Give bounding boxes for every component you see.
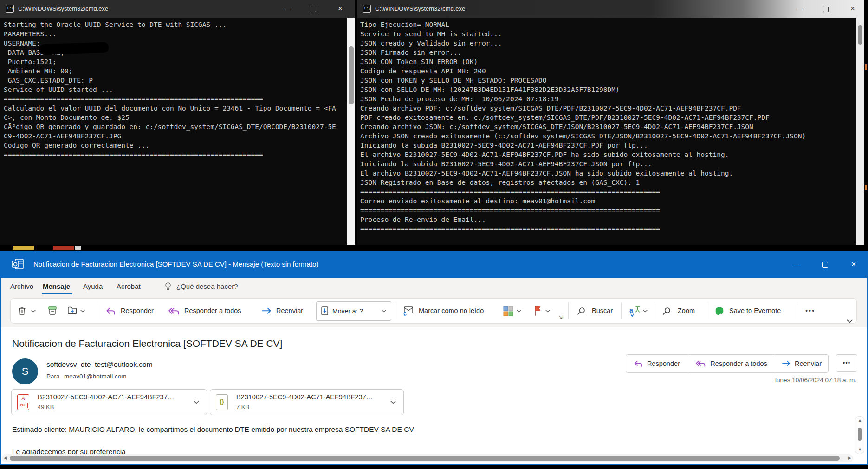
json-badge: {} xyxy=(216,398,227,405)
sender-address[interactable]: softdevsv_dte_test@outlook.com xyxy=(46,360,153,369)
save-to-evernote-button[interactable]: Save to Evernote xyxy=(729,299,781,323)
zoom-button[interactable]: Zoom xyxy=(678,299,695,323)
attachment-name: B2310027-5EC9-4D02-AC71-AEF94BF237CF.JSO… xyxy=(236,393,376,401)
collapse-ribbon-chevron-icon[interactable] xyxy=(847,319,853,323)
menu-archivo[interactable]: Archivo xyxy=(10,278,33,295)
delete-icon[interactable] xyxy=(18,306,26,316)
zoom-icon[interactable] xyxy=(662,307,671,315)
chevron-down-icon[interactable] xyxy=(31,310,36,313)
maximize-button[interactable] xyxy=(818,257,832,271)
right-cmd-title: C:\WINDOWS\system32\cmd.exe xyxy=(375,0,465,18)
ribbon-separator xyxy=(798,302,798,319)
chevron-down-icon[interactable] xyxy=(643,310,648,313)
attachment-card-json[interactable]: {} B2310027-5EC9-4D02-AC71-AEF94BF237CF.… xyxy=(210,389,404,415)
close-button[interactable]: ✕ xyxy=(845,0,861,18)
chevron-down-icon[interactable] xyxy=(80,310,85,313)
mail-titlebar[interactable]: Notificacion de Facturacion Electronica … xyxy=(0,251,868,278)
minimize-button[interactable]: — xyxy=(791,0,807,18)
ribbon-separator xyxy=(568,302,569,319)
left-cmd-titlebar[interactable]: C:\ C:\WINDOWS\system32\cmd.exe — ✕ xyxy=(0,0,355,18)
reply-icon xyxy=(634,360,643,367)
scroll-down-arrow-icon[interactable]: ▼ xyxy=(858,448,862,452)
scrollbar-thumb[interactable] xyxy=(858,428,862,441)
attachment-card-pdf[interactable]: A PDF B2310027-5EC9-4D02-AC71-AEF94BF237… xyxy=(11,389,207,415)
left-cmd-scrollbar[interactable] xyxy=(347,18,355,245)
minimize-button[interactable]: — xyxy=(279,0,295,18)
cmd-icon: C:\ xyxy=(6,5,14,13)
maximize-button[interactable] xyxy=(818,0,834,18)
right-cmd-scrollbar[interactable] xyxy=(856,18,864,245)
scroll-up-arrow-icon[interactable]: ▲ xyxy=(858,418,862,423)
message-body-line: Estimado cliente: MAURICIO ALFARO, le co… xyxy=(12,425,414,434)
right-cmd-window: C:\ C:\WINDOWS\system32\cmd.exe — ✕ Tipo… xyxy=(357,0,864,245)
categorize-icon[interactable] xyxy=(503,306,513,316)
archive-icon[interactable] xyxy=(48,306,57,315)
attachment-options-chevron-icon[interactable] xyxy=(390,401,396,404)
reply-icon[interactable] xyxy=(106,307,116,315)
recipient-label: Para xyxy=(46,373,60,380)
message-vertical-scrollbar[interactable]: ▲ ▼ xyxy=(855,416,864,454)
attachment-options-chevron-icon[interactable] xyxy=(194,401,199,404)
ribbon-separator xyxy=(654,302,654,319)
desktop: { "left_terminal": { "title": "C:\\WINDO… xyxy=(0,0,868,469)
attachment-size: 7 KB xyxy=(236,404,249,410)
move-to-combo[interactable]: Mover a: ? xyxy=(316,301,391,321)
search-button[interactable]: Buscar xyxy=(592,299,613,323)
pdf-badge: PDF xyxy=(19,403,28,408)
ribbon-separator xyxy=(97,302,97,319)
chevron-down-icon[interactable] xyxy=(545,310,550,313)
move-to-folder-icon[interactable] xyxy=(67,306,78,316)
reply-all-button[interactable]: Responder a todos xyxy=(184,299,241,323)
chevron-down-icon[interactable] xyxy=(382,310,386,313)
terminal-output: Tipo Ejecucion= NORMAL Service to send t… xyxy=(357,18,856,234)
recipient-address[interactable]: meav01@hotmail.com xyxy=(64,373,127,380)
more-actions-button[interactable]: ••• xyxy=(836,354,857,372)
forward-icon[interactable] xyxy=(261,307,272,315)
reply-all-icon[interactable] xyxy=(168,307,180,315)
reply-button[interactable]: Responder xyxy=(121,299,154,323)
scroll-right-arrow-icon[interactable]: ▶ xyxy=(848,456,851,460)
json-file-icon: {} xyxy=(216,394,228,410)
mark-unread-icon[interactable] xyxy=(402,305,414,317)
message-horizontal-scrollbar[interactable]: ◀ ▶ xyxy=(2,454,853,462)
forward-button[interactable]: Reenviar xyxy=(775,355,828,372)
sender-avatar[interactable]: S xyxy=(12,358,38,384)
translate-icon[interactable]: a xyxy=(629,305,641,317)
scrollbar-thumb[interactable] xyxy=(10,456,840,461)
desktop-wallpaper-fragment xyxy=(75,246,81,250)
close-button[interactable]: ✕ xyxy=(847,257,861,271)
evernote-icon[interactable] xyxy=(714,306,725,316)
pdf-logo-glyph: A xyxy=(18,395,29,401)
tell-me-box[interactable]: ¿Qué desea hacer? xyxy=(176,278,238,295)
dialog-launcher-icon[interactable]: ⇲ xyxy=(558,314,563,321)
move-to-label: Mover a: ? xyxy=(332,302,363,320)
search-icon[interactable] xyxy=(577,307,585,315)
right-cmd-titlebar[interactable]: C:\ C:\WINDOWS\system32\cmd.exe — ✕ xyxy=(357,0,864,18)
close-button[interactable]: ✕ xyxy=(332,0,348,18)
reply-all-button[interactable]: Responder a todos xyxy=(688,355,775,372)
desktop-wallpaper-fragment xyxy=(13,246,34,250)
ribbon-overflow-button[interactable]: ••• xyxy=(805,299,815,323)
reply-label: Responder xyxy=(647,360,680,367)
left-cmd-title: C:\WINDOWS\system32\cmd.exe xyxy=(18,0,108,18)
minimize-button[interactable]: — xyxy=(789,257,803,271)
scrollbar-thumb[interactable] xyxy=(349,46,354,104)
scrollbar-thumb[interactable] xyxy=(858,25,862,45)
chevron-down-icon[interactable] xyxy=(517,310,521,313)
ribbon-separator xyxy=(621,302,622,319)
mark-unread-button[interactable]: Marcar como no leído xyxy=(419,299,484,323)
mail-window-title: Notificacion de Facturacion Electronica … xyxy=(33,251,318,278)
pdf-file-icon: A PDF xyxy=(17,394,29,410)
menu-ayuda[interactable]: Ayuda xyxy=(83,278,103,295)
flag-icon[interactable] xyxy=(533,305,542,316)
menu-acrobat[interactable]: Acrobat xyxy=(117,278,141,295)
forward-button[interactable]: Reenviar xyxy=(276,299,303,323)
reply-button[interactable]: Responder xyxy=(626,355,688,372)
maximize-button[interactable] xyxy=(305,0,321,18)
right-cmd-console: Tipo Ejecucion= NORMAL Service to send t… xyxy=(357,18,856,245)
mail-ribbon: Responder Responder a todos Reenviar Mov… xyxy=(1,295,867,327)
left-cmd-console: Starting the Oracle UUID Service to DTE … xyxy=(0,18,347,245)
selected-tab-underline xyxy=(42,293,72,294)
scroll-left-arrow-icon[interactable]: ◀ xyxy=(4,456,7,460)
ribbon-separator xyxy=(395,302,395,319)
